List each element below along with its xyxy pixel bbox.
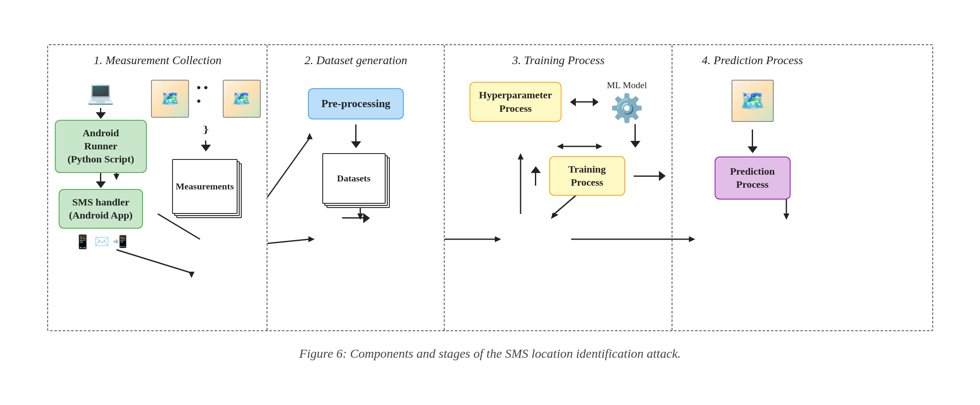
training-box: TrainingProcess — [549, 156, 625, 196]
prediction-box: PredictionProcess — [715, 157, 791, 200]
arrow-line — [576, 101, 593, 103]
arrowhead — [659, 171, 666, 181]
maps-row: 🗺️ • • • 🗺️ — [151, 80, 260, 118]
sms-handler-box: SMS handler(Android App) — [59, 189, 143, 229]
arrow-line — [634, 176, 659, 177]
dataset-paper-front: Datasets — [322, 153, 386, 204]
datasets-stack: Datasets — [322, 153, 390, 208]
arrow-line — [752, 130, 753, 146]
gear-icon: ⚙️ — [610, 92, 644, 124]
section-3-label: 3. Training Process — [512, 54, 605, 67]
brace-symbol: } — [159, 125, 252, 133]
s3-top-row: HyperparameterProcess ML Model ⚙️ — [451, 80, 666, 124]
arrow-ml-to-training-container — [451, 124, 666, 148]
map-icon-1: 🗺️ — [151, 80, 189, 118]
phones-row: 📱 ✉️ 📲 — [74, 234, 127, 250]
arrow-ml-to-training — [630, 124, 640, 148]
map-icon-2: 🗺️ — [223, 80, 261, 118]
sms-icon: ✉️ — [94, 235, 109, 248]
arrow-line — [205, 140, 206, 145]
section-4-label: 4. Prediction Process — [702, 54, 803, 67]
double-arrow-hyperparam-ml — [570, 98, 599, 106]
arrowhead — [96, 181, 106, 188]
arrow-line — [535, 173, 536, 186]
ellipsis: • • • — [197, 81, 215, 108]
arrow-line — [100, 108, 101, 112]
arrow-datasets-to-training — [342, 213, 370, 223]
main-diagram: 1. Measurement Collection 💻 — [47, 44, 933, 331]
arrow-left — [570, 98, 576, 106]
ml-model-column: ML Model ⚙️ — [607, 80, 647, 124]
arrow-training-to-hyp — [531, 166, 541, 186]
arrowhead — [201, 145, 211, 151]
s3-content: HyperparameterProcess ML Model ⚙️ — [451, 80, 666, 196]
measurements-label: Measurements — [176, 181, 234, 192]
figure-caption: Figure 6: Components and stages of the S… — [299, 346, 681, 361]
datasets-label: Datasets — [337, 173, 370, 184]
s3-bottom-row: TrainingProcess — [451, 156, 666, 196]
arrow-laptop-to-runner — [96, 108, 106, 119]
diagram-wrapper: 1. Measurement Collection 💻 — [26, 44, 954, 361]
arrow-line — [100, 173, 101, 181]
hyperparameter-box: HyperparameterProcess — [470, 82, 561, 122]
s2-content: Pre-processing Datasets — [274, 80, 438, 223]
section-2-label: 2. Dataset generation — [305, 54, 407, 67]
s1-content: 💻 Android Runner(Python Script) — [55, 80, 261, 254]
section-1: 1. Measurement Collection 💻 — [48, 45, 267, 330]
section-4: 4. Prediction Process 🗺️ PredictionProce… — [672, 45, 833, 330]
section-3: 3. Training Process HyperparameterProces… — [445, 45, 672, 330]
arrow-brace-to-papers — [201, 140, 211, 151]
s1-left-column: 💻 Android Runner(Python Script) — [55, 80, 147, 250]
paper-stack: Measurements — [172, 159, 240, 218]
arrowhead — [351, 141, 361, 148]
arrow-right — [593, 98, 599, 106]
laptop-icon: 💻 — [87, 80, 114, 105]
arrowhead — [630, 141, 640, 148]
arrowhead — [363, 213, 370, 223]
arrowhead — [96, 112, 106, 119]
paper-front: Measurements — [172, 159, 238, 214]
arrow-line — [634, 124, 636, 141]
android-runner-box: Android Runner(Python Script) — [55, 120, 147, 173]
arrowhead — [748, 146, 758, 153]
phone2-icon: 📲 — [113, 235, 127, 248]
arrow-training-to-prediction — [634, 171, 666, 181]
arrow-map-to-prediction — [748, 130, 758, 153]
arrow-runner-to-sms — [96, 173, 106, 188]
prediction-map-icon: 🗺️ — [732, 80, 774, 122]
section-2: 2. Dataset generation Pre-processing Dat… — [267, 45, 445, 330]
arrow-line — [342, 217, 363, 219]
arrowhead-up — [531, 166, 541, 173]
arrow-pre-to-datasets — [351, 124, 361, 148]
arrow-line — [355, 124, 356, 141]
ml-model-label: ML Model — [607, 80, 647, 91]
section-1-label: 1. Measurement Collection — [94, 54, 221, 67]
s4-content: 🗺️ PredictionProcess — [679, 80, 826, 200]
phone1-icon: 📱 — [74, 234, 91, 250]
preprocessing-box: Pre-processing — [308, 88, 404, 119]
s1-right-column: 🗺️ • • • 🗺️ } — [151, 80, 260, 218]
